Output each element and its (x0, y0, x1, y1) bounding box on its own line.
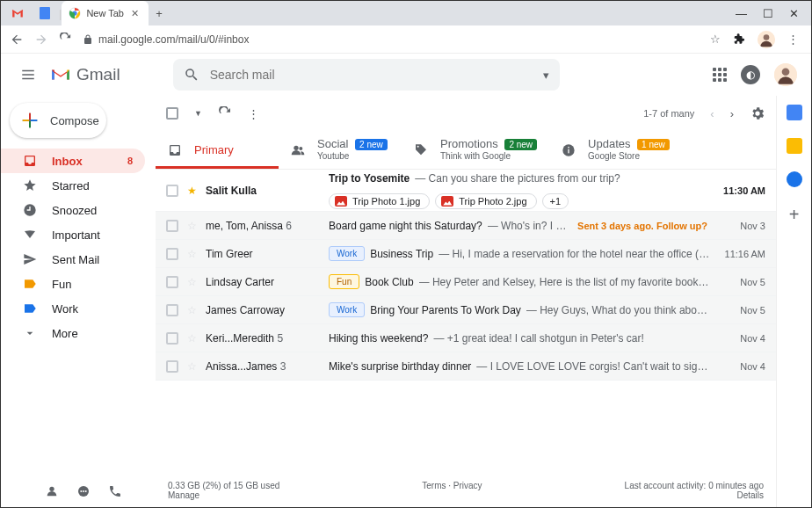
sidebar-item-label: Important (52, 229, 100, 242)
svg-point-12 (299, 147, 302, 150)
email-row[interactable]: ☆ James Carroway Work Bring Your Parents… (156, 296, 776, 324)
tab-social[interactable]: Social 2 newYoutube (279, 131, 402, 169)
browser-tab[interactable] (4, 1, 33, 25)
details-link[interactable]: Details (736, 490, 764, 500)
tab-promotions[interactable]: Promotions 2 newThink with Google (402, 131, 549, 169)
reload-button[interactable] (59, 33, 72, 46)
compose-button[interactable]: Compose (10, 103, 106, 138)
sidebar-item-inbox[interactable]: Inbox8 (1, 149, 145, 173)
star-icon[interactable]: ☆ (187, 360, 197, 373)
hamburger-icon[interactable] (15, 62, 41, 88)
email-checkbox[interactable] (166, 185, 178, 197)
email-row[interactable]: ☆ Anissa...James 3 Mike's surprise birth… (156, 352, 776, 381)
sidebar-item-more[interactable]: More (1, 321, 145, 345)
star-icon[interactable]: ☆ (187, 248, 197, 260)
sidebar-item-sent-mail[interactable]: Sent Mail (1, 247, 145, 272)
email-checkbox[interactable] (166, 360, 178, 373)
email-sender: James Carroway (206, 304, 320, 316)
profile-avatar[interactable] (758, 31, 775, 48)
tasks-app-icon[interactable] (787, 171, 802, 187)
sidebar: Compose Inbox8StarredSnoozedImportantSen… (1, 96, 156, 507)
star-icon[interactable]: ☆ (187, 332, 197, 345)
browser-menu-icon[interactable]: ⋮ (787, 33, 799, 46)
next-page-icon[interactable]: › (730, 107, 734, 120)
forward-button[interactable] (34, 33, 48, 47)
email-snippet: — I LOVE LOVE LOVE corgis! Can't wait to… (476, 360, 713, 373)
email-row[interactable]: ☆ Tim Greer Work Business Trip — Hi, I m… (156, 240, 776, 268)
sidebar-item-starred[interactable]: Starred (1, 173, 145, 198)
sidebar-item-snoozed[interactable]: Snoozed (1, 198, 145, 222)
account-avatar[interactable] (774, 63, 797, 86)
search-input[interactable] (210, 68, 533, 82)
notifications-icon[interactable]: ◐ (741, 65, 760, 84)
sidebar-item-count: 8 (127, 156, 133, 166)
star-icon[interactable]: ☆ (187, 220, 197, 232)
more-icon[interactable]: ⋮ (248, 107, 259, 120)
calendar-app-icon[interactable] (787, 105, 802, 120)
minimize-icon[interactable]: — (736, 7, 747, 20)
svg-point-8 (80, 490, 82, 492)
email-checkbox[interactable] (166, 248, 178, 260)
star-icon[interactable]: ☆ (187, 304, 197, 316)
clock-icon (22, 203, 38, 217)
tag-icon (414, 143, 428, 157)
star-icon[interactable]: ☆ (187, 276, 197, 288)
email-row[interactable]: ☆ me, Tom, Anissa 6 Board game night thi… (156, 212, 776, 240)
search-options-icon[interactable]: ▾ (543, 69, 549, 82)
gmail-favicon (11, 7, 24, 19)
maximize-icon[interactable]: ☐ (763, 7, 773, 20)
tab-primary[interactable]: Primary (156, 131, 279, 169)
email-sender: Keri...Meredith 5 (206, 332, 320, 345)
email-row[interactable]: ☆ Lindsay Carter Fun Book Club — Hey Pet… (156, 268, 776, 296)
settings-icon[interactable] (750, 105, 765, 121)
tab-badge: 1 new (637, 139, 670, 150)
select-all-checkbox[interactable] (166, 107, 178, 120)
email-row[interactable]: ★ Salit Kulla Trip to Yosemite — Can you… (156, 170, 776, 212)
attachment-chip[interactable]: Trip Photo 2.jpg (435, 193, 536, 209)
apps-icon[interactable] (713, 68, 727, 82)
email-snippet: — Who's in? I really want to try... (488, 220, 569, 232)
star-icon[interactable]: ★ (187, 185, 197, 197)
privacy-link[interactable]: Privacy (453, 481, 482, 490)
compose-plus-icon (20, 111, 40, 130)
more-attachments[interactable]: +1 (542, 193, 569, 209)
back-button[interactable] (10, 33, 24, 47)
extensions-icon[interactable] (733, 33, 745, 46)
address-bar[interactable]: mail.google.com/mail/u/0/#inbox (83, 33, 700, 46)
refresh-icon[interactable] (218, 106, 232, 120)
close-icon[interactable]: ✕ (129, 8, 140, 18)
email-checkbox[interactable] (166, 332, 178, 345)
attachment-chip[interactable]: Trip Photo 1.jpg (329, 193, 430, 209)
select-dropdown-icon[interactable]: ▼ (194, 109, 202, 118)
email-time: Nov 3 (721, 221, 765, 231)
gmail-logo[interactable]: Gmail (50, 65, 120, 84)
terms-link[interactable]: Terms (422, 481, 446, 490)
sidebar-item-work[interactable]: Work (1, 296, 145, 321)
keep-app-icon[interactable] (787, 138, 802, 154)
browser-tab[interactable] (33, 1, 59, 25)
manage-link[interactable]: Manage (168, 490, 199, 500)
sidebar-footer (1, 475, 156, 507)
followup-nudge[interactable]: Sent 3 days ago. Follow up? (577, 221, 707, 231)
email-subject: Business Trip (370, 248, 433, 260)
chat-icon[interactable] (76, 484, 91, 498)
sidebar-item-fun[interactable]: Fun (1, 272, 145, 296)
prev-page-icon[interactable]: ‹ (710, 107, 714, 120)
bookmark-icon[interactable]: ☆ (710, 33, 721, 46)
phone-icon[interactable] (108, 484, 122, 498)
tab-badge: 2 new (504, 139, 537, 150)
email-checkbox[interactable] (166, 304, 178, 316)
sidebar-item-important[interactable]: Important (1, 222, 145, 247)
browser-tab-active[interactable]: New Tab ✕ (62, 1, 149, 25)
email-checkbox[interactable] (166, 276, 178, 288)
add-app-icon[interactable]: + (789, 205, 800, 225)
email-row[interactable]: ☆ Keri...Meredith 5 Hiking this weekend?… (156, 324, 776, 352)
email-checkbox[interactable] (166, 220, 178, 232)
email-snippet: — +1 great idea! I call shotgun in Peter… (433, 332, 643, 345)
tab-updates[interactable]: Updates 1 newGoogle Store (549, 131, 682, 169)
email-time: Nov 5 (721, 277, 765, 287)
new-tab-button[interactable]: + (149, 7, 170, 20)
close-window-icon[interactable]: ✕ (789, 7, 799, 20)
search-box[interactable]: ▾ (173, 59, 560, 91)
person-icon[interactable] (45, 484, 59, 498)
